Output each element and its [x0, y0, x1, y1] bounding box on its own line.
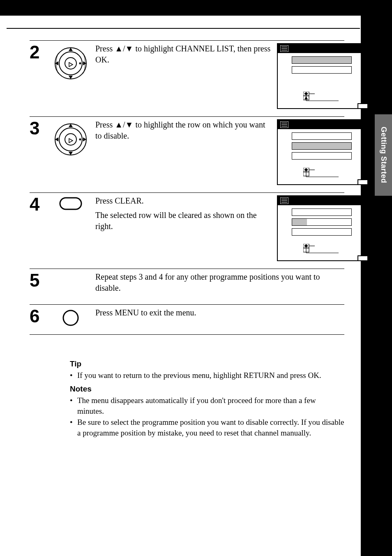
svg-marker-28 — [83, 137, 86, 141]
notes-item: •The menu disappears automatically if yo… — [70, 395, 344, 416]
screen-row — [292, 208, 352, 216]
list-icon — [280, 121, 288, 128]
step-number: 4 — [30, 195, 46, 213]
step-text-line: Repeat steps 3 and 4 for any other progr… — [95, 271, 346, 294]
step-5: 5 Repeat steps 3 and 4 for any other pro… — [30, 269, 371, 304]
screen-title-bar — [278, 44, 367, 53]
notes-heading: Notes — [70, 384, 344, 394]
screen-diagram — [277, 119, 368, 185]
step-2: 2 Press ▲/▼ to highlight CHANNEL LIST, t… — [30, 41, 371, 116]
step-screen-col — [277, 119, 371, 185]
svg-marker-3 — [69, 63, 73, 67]
screen-row — [292, 56, 352, 64]
screen-row — [292, 66, 352, 74]
content-area: 2 Press ▲/▼ to highlight CHANNEL LIST, t… — [7, 28, 360, 439]
screen-legend — [303, 244, 365, 258]
step-text: Press CLEAR. The selected row will be cl… — [95, 195, 277, 235]
notes-item: •Be sure to select the programme positio… — [70, 417, 344, 438]
step-number: 6 — [30, 307, 46, 325]
step-icon-col — [46, 307, 95, 327]
step-6: 6 Press MENU to exit the menu. — [30, 305, 371, 334]
step-text-line: Press MENU to exit the menu. — [95, 307, 367, 318]
svg-marker-48 — [306, 245, 308, 247]
svg-marker-25 — [69, 124, 73, 127]
screen-legend — [303, 168, 365, 182]
step-3: 3 Press ▲/▼ to highlight the row on whic… — [30, 117, 371, 192]
step-number: 2 — [30, 43, 46, 61]
step-text-pre: Press — [95, 120, 115, 129]
step-text-line1: Press CLEAR. — [95, 195, 273, 206]
step-text-pre: Press — [95, 44, 115, 53]
step-icon-col — [46, 195, 95, 211]
step-number: 5 — [30, 271, 46, 290]
svg-marker-6 — [55, 61, 58, 65]
pill-button-icon — [59, 197, 82, 211]
screen-thumb — [357, 255, 368, 261]
top-rule — [7, 28, 360, 29]
step-screen-col — [277, 195, 371, 261]
circle-button-icon — [62, 309, 80, 327]
screen-diagram — [277, 43, 368, 109]
list-icon — [280, 197, 288, 204]
svg-point-29 — [79, 139, 81, 141]
screen-thumb — [357, 179, 368, 185]
step-icon-col — [46, 119, 95, 158]
step-text: Repeat steps 3 and 4 for any other progr… — [95, 271, 346, 297]
step-text: Press ▲/▼ to highlight CHANNEL LIST, the… — [95, 43, 277, 69]
screen-title-bar — [278, 196, 367, 205]
svg-marker-26 — [69, 152, 73, 155]
svg-marker-4 — [69, 48, 73, 51]
nav-dial-icon — [52, 45, 89, 82]
svg-point-53 — [63, 310, 78, 325]
top-black-bar — [0, 0, 392, 16]
svg-marker-27 — [55, 137, 58, 141]
svg-marker-7 — [83, 61, 86, 65]
screen-legend — [303, 92, 365, 106]
step-text: Press ▲/▼ to highlight the row on which … — [95, 119, 277, 145]
svg-marker-24 — [69, 139, 73, 143]
screen-rows — [292, 208, 352, 238]
step-4: 4 Press CLEAR. The selected row will be … — [30, 193, 371, 269]
step-icon-col — [46, 43, 95, 82]
svg-marker-15 — [306, 93, 308, 95]
step-text: Press MENU to exit the menu. — [95, 307, 371, 322]
tip-notes-block: Tip •If you want to return to the previo… — [70, 359, 344, 438]
svg-rect-41 — [60, 198, 81, 209]
screen-rows — [292, 132, 352, 162]
screen-row — [292, 228, 352, 236]
list-icon — [280, 45, 288, 52]
screen-diagram — [277, 195, 368, 261]
step-icon-col — [46, 271, 95, 273]
tip-heading: Tip — [70, 359, 344, 369]
screen-row — [292, 132, 352, 140]
tip-list: •If you want to return to the previous m… — [70, 370, 344, 381]
screen-title-bar — [278, 120, 367, 129]
section-tab: Getting Started — [375, 114, 392, 196]
step-text-line2: The selected row will be cleared as show… — [95, 210, 273, 232]
screen-row — [292, 152, 352, 160]
nav-dial-icon — [52, 121, 89, 158]
step-screen-col — [277, 43, 371, 109]
screen-row — [292, 142, 352, 150]
screen-thumb — [357, 103, 368, 109]
notes-list: •The menu disappears automatically if yo… — [70, 395, 344, 438]
screen-rows — [292, 56, 352, 76]
screen-row — [292, 218, 352, 226]
step-number: 3 — [30, 119, 46, 137]
svg-point-8 — [79, 63, 81, 65]
svg-marker-5 — [69, 76, 73, 79]
step-divider — [30, 334, 344, 335]
svg-marker-36 — [306, 169, 308, 171]
tip-item: •If you want to return to the previous m… — [70, 370, 344, 381]
svg-marker-20 — [305, 97, 307, 99]
section-tab-label: Getting Started — [379, 127, 388, 183]
